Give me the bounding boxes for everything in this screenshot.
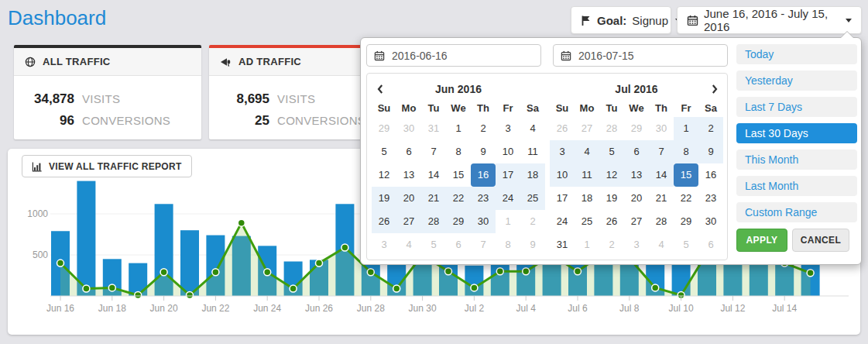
day-cell[interactable]: 31 — [421, 117, 446, 140]
date-range-button[interactable]: June 16, 2016 - July 15, 2016 — [677, 6, 862, 34]
day-cell[interactable]: 16 — [471, 163, 496, 187]
preset-custom-range[interactable]: Custom Range — [736, 202, 857, 222]
day-cell[interactable]: 10 — [496, 140, 520, 163]
day-cell[interactable]: 8 — [446, 140, 471, 163]
day-cell[interactable]: 1 — [674, 117, 698, 140]
day-cell[interactable]: 31 — [550, 233, 575, 256]
preset-this-month[interactable]: This Month — [736, 150, 857, 170]
day-cell[interactable]: 8 — [674, 140, 698, 163]
day-cell[interactable]: 2 — [471, 117, 496, 140]
day-cell[interactable]: 11 — [575, 163, 599, 187]
day-cell[interactable]: 1 — [446, 117, 471, 140]
day-cell[interactable]: 5 — [599, 140, 624, 163]
day-cell[interactable]: 29 — [674, 210, 698, 233]
day-cell[interactable]: 3 — [372, 233, 396, 256]
day-cell[interactable]: 18 — [575, 187, 599, 210]
day-cell[interactable]: 7 — [471, 233, 496, 256]
day-cell[interactable]: 19 — [372, 187, 396, 210]
start-date-input[interactable] — [390, 49, 533, 63]
day-cell[interactable]: 30 — [698, 210, 723, 233]
day-cell[interactable]: 6 — [698, 233, 723, 256]
day-cell[interactable]: 7 — [649, 140, 674, 163]
next-month-icon[interactable] — [706, 78, 723, 100]
preset-last-7-days[interactable]: Last 7 Days — [736, 97, 857, 117]
day-cell[interactable]: 25 — [520, 187, 545, 210]
day-cell[interactable]: 26 — [599, 210, 624, 233]
day-cell[interactable]: 29 — [446, 210, 471, 233]
day-cell[interactable]: 11 — [520, 140, 545, 163]
apply-button[interactable]: APPLY — [736, 229, 787, 252]
day-cell[interactable]: 29 — [624, 117, 649, 140]
day-cell[interactable]: 22 — [674, 187, 698, 210]
day-cell[interactable]: 16 — [698, 163, 723, 187]
day-cell[interactable]: 30 — [396, 117, 421, 140]
view-all-traffic-report-button[interactable]: VIEW ALL TRAFFIC REPORT — [22, 155, 192, 177]
day-cell[interactable]: 30 — [471, 210, 496, 233]
day-cell[interactable]: 9 — [520, 233, 545, 256]
preset-today[interactable]: Today — [736, 44, 857, 64]
day-cell[interactable]: 3 — [496, 117, 520, 140]
day-cell[interactable]: 6 — [396, 140, 421, 163]
preset-yesterday[interactable]: Yesterday — [736, 71, 857, 91]
day-cell[interactable]: 14 — [649, 163, 674, 187]
day-cell[interactable]: 6 — [624, 140, 649, 163]
day-cell[interactable]: 4 — [520, 117, 545, 140]
day-cell[interactable]: 25 — [575, 210, 599, 233]
day-cell[interactable]: 15 — [674, 163, 698, 187]
day-cell[interactable]: 13 — [396, 163, 421, 187]
end-date-input[interactable] — [577, 49, 720, 63]
day-cell[interactable]: 22 — [446, 187, 471, 210]
day-cell[interactable]: 5 — [372, 140, 396, 163]
day-cell[interactable]: 1 — [496, 210, 520, 233]
day-cell[interactable]: 12 — [599, 163, 624, 187]
day-cell[interactable]: 9 — [698, 140, 723, 163]
day-cell[interactable]: 18 — [520, 163, 545, 187]
day-cell[interactable]: 27 — [396, 210, 421, 233]
day-cell[interactable]: 30 — [649, 117, 674, 140]
day-cell[interactable]: 24 — [496, 187, 520, 210]
day-cell[interactable]: 27 — [624, 210, 649, 233]
day-cell[interactable]: 28 — [421, 210, 446, 233]
day-cell[interactable]: 28 — [599, 117, 624, 140]
day-cell[interactable]: 17 — [496, 163, 520, 187]
day-cell[interactable]: 2 — [698, 117, 723, 140]
day-cell[interactable]: 23 — [471, 187, 496, 210]
day-cell[interactable]: 4 — [575, 140, 599, 163]
day-cell[interactable]: 17 — [550, 187, 575, 210]
cancel-button[interactable]: CANCEL — [792, 229, 849, 252]
day-cell[interactable]: 1 — [575, 233, 599, 256]
day-cell[interactable]: 2 — [599, 233, 624, 256]
day-cell[interactable]: 4 — [396, 233, 421, 256]
day-cell[interactable]: 3 — [624, 233, 649, 256]
day-cell[interactable]: 3 — [550, 140, 575, 163]
preset-last-month[interactable]: Last Month — [736, 176, 857, 196]
day-cell[interactable]: 21 — [421, 187, 446, 210]
day-cell[interactable]: 14 — [421, 163, 446, 187]
day-cell[interactable]: 10 — [550, 163, 575, 187]
day-cell[interactable]: 15 — [446, 163, 471, 187]
day-cell[interactable]: 20 — [396, 187, 421, 210]
day-cell[interactable]: 5 — [421, 233, 446, 256]
day-cell[interactable]: 5 — [674, 233, 698, 256]
day-cell[interactable]: 28 — [649, 210, 674, 233]
day-cell[interactable]: 20 — [624, 187, 649, 210]
day-cell[interactable]: 8 — [496, 233, 520, 256]
day-cell[interactable]: 29 — [372, 117, 396, 140]
day-cell[interactable]: 4 — [649, 233, 674, 256]
day-cell[interactable]: 24 — [550, 210, 575, 233]
day-cell[interactable]: 13 — [624, 163, 649, 187]
day-cell[interactable]: 23 — [698, 187, 723, 210]
day-cell[interactable]: 26 — [372, 210, 396, 233]
day-cell[interactable]: 12 — [372, 163, 396, 187]
day-cell[interactable]: 27 — [575, 117, 599, 140]
day-cell[interactable]: 19 — [599, 187, 624, 210]
day-cell[interactable]: 7 — [421, 140, 446, 163]
day-cell[interactable]: 9 — [471, 140, 496, 163]
goal-dropdown-button[interactable]: Goal: Signup — [571, 6, 671, 34]
day-cell[interactable]: 21 — [649, 187, 674, 210]
prev-month-icon[interactable] — [372, 78, 389, 100]
day-cell[interactable]: 6 — [446, 233, 471, 256]
day-cell[interactable]: 26 — [550, 117, 575, 140]
day-cell[interactable]: 2 — [520, 210, 545, 233]
preset-last-30-days[interactable]: Last 30 Days — [736, 123, 857, 143]
